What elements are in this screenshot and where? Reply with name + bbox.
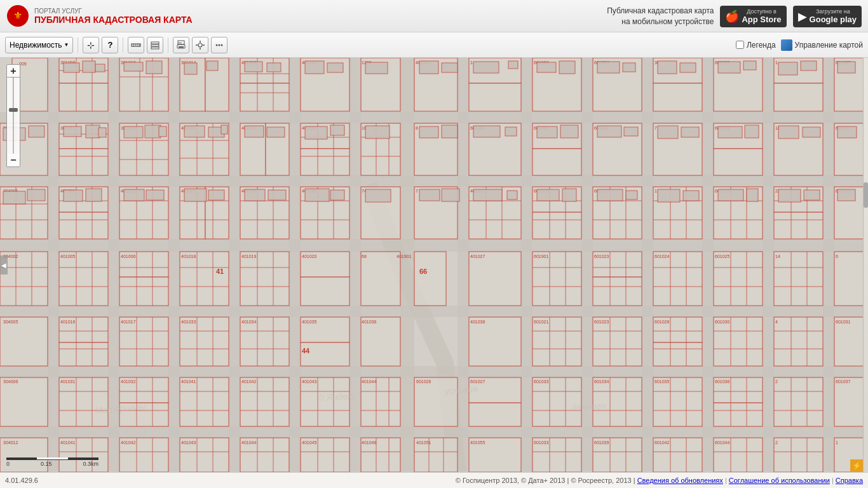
left-nav-arrow[interactable]: ◀ <box>0 255 8 274</box>
ruler-icon <box>131 40 141 50</box>
svg-text:601034: 601034 <box>594 379 609 384</box>
svg-text:401027: 401027 <box>470 254 485 259</box>
svg-rect-27 <box>0 366 868 377</box>
help-link[interactable]: Справка <box>836 477 863 484</box>
svg-text:601036: 601036 <box>715 379 729 384</box>
app-store-button[interactable]: 🍎 Доступно в App Store <box>720 6 786 27</box>
svg-rect-554 <box>365 126 390 139</box>
zoom-in-button[interactable]: + <box>7 65 20 78</box>
svg-rect-42 <box>823 58 834 472</box>
svg-text:401055: 401055 <box>470 440 485 445</box>
svg-text:401020: 401020 <box>302 254 316 259</box>
svg-text:1: 1 <box>654 189 657 193</box>
layers-tool-button[interactable] <box>147 37 163 53</box>
apple-icon: 🍎 <box>725 10 739 24</box>
svg-rect-597 <box>837 189 855 201</box>
svg-text:8: 8 <box>416 126 418 130</box>
select-tool-button[interactable]: ⊹ <box>83 37 99 53</box>
realty-dropdown[interactable]: Недвижимость ▼ <box>5 37 73 53</box>
svg-rect-8 <box>151 44 159 46</box>
svg-rect-96 <box>532 212 581 239</box>
legend-checkbox[interactable] <box>736 41 744 49</box>
svg-rect-584 <box>442 189 459 201</box>
agreement-link[interactable]: Соглашение об использовании <box>729 477 830 484</box>
svg-rect-148 <box>469 403 521 426</box>
svg-rect-591 <box>658 189 680 202</box>
svg-rect-518 <box>207 61 218 71</box>
svg-rect-124 <box>119 317 168 366</box>
svg-text:304012: 304012 <box>3 440 18 445</box>
map-scrollbar[interactable] <box>863 58 868 472</box>
header: ⚜ Портал услуг Публичная кадастровая кар… <box>0 0 868 32</box>
svg-rect-55 <box>469 83 521 111</box>
svg-rect-532 <box>658 61 677 74</box>
svg-text:2: 2 <box>775 440 778 445</box>
svg-rect-550 <box>245 126 264 137</box>
svg-text:304005: 304005 <box>3 320 18 324</box>
svg-rect-12 <box>179 46 184 48</box>
svg-rect-531 <box>623 63 635 72</box>
svg-rect-595 <box>778 189 801 202</box>
settings-icon <box>195 40 205 50</box>
google-play-button[interactable]: ▶ Загрузите на Google play <box>793 6 862 27</box>
svg-text:601024: 601024 <box>654 254 669 259</box>
svg-text:⚜: ⚜ <box>13 10 22 21</box>
svg-text:601021: 601021 <box>534 320 548 324</box>
svg-rect-517 <box>184 63 197 74</box>
svg-rect-573 <box>86 189 102 201</box>
legend-checkbox-group[interactable]: Легенда <box>736 41 776 50</box>
svg-rect-546 <box>159 126 166 137</box>
svg-text:601023: 601023 <box>594 254 609 259</box>
svg-text:6: 6 <box>836 254 838 259</box>
svg-text:601042: 601042 <box>654 440 669 445</box>
svg-rect-596 <box>804 190 820 200</box>
info-tool-button[interactable]: ? <box>102 37 118 53</box>
svg-text:601025: 601025 <box>715 254 729 259</box>
extra-button[interactable] <box>211 37 227 53</box>
svg-rect-129 <box>361 317 400 366</box>
svg-rect-589 <box>597 189 623 201</box>
svg-text:401042: 401042 <box>121 440 135 445</box>
manage-map-button[interactable]: Управление картой <box>781 39 863 51</box>
svg-rect-566 <box>745 125 759 138</box>
svg-rect-590 <box>626 191 637 200</box>
logo-area: ⚜ Портал услуг Публичная кадастровая кар… <box>6 4 193 27</box>
svg-rect-567 <box>778 126 799 139</box>
svg-text:© Яндекс: © Яндекс <box>317 391 356 403</box>
toolbar-right: Легенда Управление картой <box>736 39 863 51</box>
google-play-label: Загрузите на Google play <box>810 8 857 24</box>
svg-rect-119 <box>774 252 823 306</box>
svg-rect-521 <box>305 61 324 74</box>
toolbar-separator-3 <box>168 37 168 53</box>
svg-rect-541 <box>64 126 81 137</box>
svg-text:401035: 401035 <box>302 320 316 324</box>
map-tools-button[interactable]: ⚡ <box>850 459 863 472</box>
svg-rect-577 <box>208 190 224 200</box>
svg-rect-31 <box>168 58 180 472</box>
svg-rect-526 <box>473 62 499 73</box>
svg-rect-142 <box>180 377 229 426</box>
cadastral-map-svg: 009 301008 301013 301014 401010 401011 1… <box>0 58 868 472</box>
tools-icon: ⚡ <box>852 461 862 470</box>
settings-button[interactable] <box>192 37 208 53</box>
updates-link[interactable]: Сведения об обновлениях <box>637 477 723 484</box>
print-button[interactable] <box>173 37 189 53</box>
svg-text:401019: 401019 <box>241 254 256 259</box>
svg-rect-125 <box>180 317 229 366</box>
svg-rect-86 <box>59 212 108 239</box>
svg-text:401901: 401901 <box>397 254 411 259</box>
svg-rect-32 <box>229 58 240 472</box>
zoom-out-button[interactable]: − <box>7 154 20 166</box>
footer-right: © Госпицентр 2013, © Дата+ 2013 | © Роср… <box>456 477 863 484</box>
svg-rect-555 <box>419 126 438 138</box>
svg-rect-151 <box>653 377 702 426</box>
svg-text:401017: 401017 <box>121 320 135 324</box>
svg-text:1: 1 <box>775 60 778 65</box>
zoom-slider[interactable] <box>7 78 20 154</box>
map-container[interactable]: 009 301008 301013 301014 401010 401011 1… <box>0 58 868 472</box>
svg-text:601027: 601027 <box>470 379 485 384</box>
svg-text:68: 68 <box>362 254 367 259</box>
svg-rect-561 <box>597 126 621 137</box>
svg-rect-62 <box>774 83 823 111</box>
measure-tool-button[interactable] <box>128 37 144 53</box>
